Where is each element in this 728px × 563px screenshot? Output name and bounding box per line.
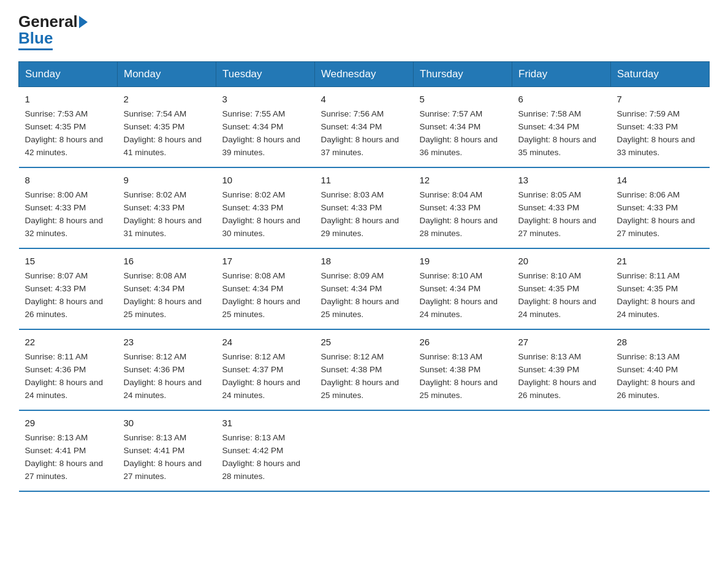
day-info: Sunrise: 8:13 AMSunset: 4:39 PMDaylight:…: [518, 352, 597, 400]
calendar-cell: [414, 410, 512, 491]
calendar-cell: 9 Sunrise: 8:02 AMSunset: 4:33 PMDayligh…: [118, 167, 216, 248]
day-info: Sunrise: 8:06 AMSunset: 4:33 PMDaylight:…: [617, 190, 696, 238]
day-number: 14: [617, 173, 703, 187]
calendar-cell: [315, 410, 414, 491]
week-row-3: 15 Sunrise: 8:07 AMSunset: 4:33 PMDaylig…: [19, 248, 710, 329]
day-info: Sunrise: 8:13 AMSunset: 4:40 PMDaylight:…: [617, 352, 696, 400]
calendar-cell: 3 Sunrise: 7:55 AMSunset: 4:34 PMDayligh…: [216, 87, 315, 167]
header-monday: Monday: [118, 62, 216, 87]
calendar-cell: 17 Sunrise: 8:08 AMSunset: 4:34 PMDaylig…: [216, 248, 315, 329]
day-info: Sunrise: 8:07 AMSunset: 4:33 PMDaylight:…: [25, 271, 104, 319]
day-number: 10: [222, 173, 309, 187]
day-number: 18: [321, 254, 408, 268]
calendar-cell: 19 Sunrise: 8:10 AMSunset: 4:34 PMDaylig…: [414, 248, 512, 329]
calendar-cell: 31 Sunrise: 8:13 AMSunset: 4:42 PMDaylig…: [216, 410, 315, 491]
day-info: Sunrise: 8:13 AMSunset: 4:38 PMDaylight:…: [420, 352, 498, 400]
day-header-row: SundayMondayTuesdayWednesdayThursdayFrid…: [19, 62, 710, 87]
day-info: Sunrise: 8:04 AMSunset: 4:33 PMDaylight:…: [420, 190, 498, 238]
day-number: 24: [222, 335, 309, 349]
day-number: 31: [222, 416, 309, 430]
day-info: Sunrise: 8:12 AMSunset: 4:38 PMDaylight:…: [321, 352, 400, 400]
day-info: Sunrise: 8:08 AMSunset: 4:34 PMDaylight:…: [222, 271, 301, 319]
calendar-cell: 6 Sunrise: 7:58 AMSunset: 4:34 PMDayligh…: [512, 87, 611, 167]
calendar-cell: 4 Sunrise: 7:56 AMSunset: 4:34 PMDayligh…: [315, 87, 414, 167]
day-info: Sunrise: 8:13 AMSunset: 4:41 PMDaylight:…: [25, 433, 104, 481]
day-info: Sunrise: 8:05 AMSunset: 4:33 PMDaylight:…: [518, 190, 597, 238]
day-number: 29: [25, 416, 112, 430]
day-info: Sunrise: 7:59 AMSunset: 4:33 PMDaylight:…: [617, 109, 696, 157]
day-info: Sunrise: 8:11 AMSunset: 4:35 PMDaylight:…: [617, 271, 696, 319]
day-info: Sunrise: 8:02 AMSunset: 4:33 PMDaylight:…: [124, 190, 202, 238]
day-info: Sunrise: 8:13 AMSunset: 4:41 PMDaylight:…: [124, 433, 202, 481]
day-info: Sunrise: 8:11 AMSunset: 4:36 PMDaylight:…: [25, 352, 104, 400]
day-number: 6: [518, 92, 605, 106]
day-number: 27: [518, 335, 605, 349]
day-info: Sunrise: 7:56 AMSunset: 4:34 PMDaylight:…: [321, 109, 400, 157]
day-info: Sunrise: 7:57 AMSunset: 4:34 PMDaylight:…: [420, 109, 498, 157]
day-info: Sunrise: 8:12 AMSunset: 4:37 PMDaylight:…: [222, 352, 301, 400]
header-tuesday: Tuesday: [216, 62, 315, 87]
day-info: Sunrise: 7:55 AMSunset: 4:34 PMDaylight:…: [222, 109, 301, 157]
calendar-cell: 13 Sunrise: 8:05 AMSunset: 4:33 PMDaylig…: [512, 167, 611, 248]
header-saturday: Saturday: [611, 62, 710, 87]
day-info: Sunrise: 7:58 AMSunset: 4:34 PMDaylight:…: [518, 109, 597, 157]
day-number: 13: [518, 173, 605, 187]
day-number: 19: [420, 254, 506, 268]
day-number: 1: [25, 92, 112, 106]
calendar-cell: 1 Sunrise: 7:53 AMSunset: 4:35 PMDayligh…: [19, 87, 118, 167]
day-number: 28: [617, 335, 703, 349]
day-number: 5: [420, 92, 506, 106]
day-number: 16: [124, 254, 210, 268]
day-number: 21: [617, 254, 703, 268]
calendar-table: SundayMondayTuesdayWednesdayThursdayFrid…: [18, 61, 710, 492]
header-sunday: Sunday: [19, 62, 118, 87]
day-info: Sunrise: 7:53 AMSunset: 4:35 PMDaylight:…: [25, 109, 104, 157]
day-info: Sunrise: 8:10 AMSunset: 4:35 PMDaylight:…: [518, 271, 597, 319]
day-info: Sunrise: 8:02 AMSunset: 4:33 PMDaylight:…: [222, 190, 301, 238]
calendar-cell: 25 Sunrise: 8:12 AMSunset: 4:38 PMDaylig…: [315, 329, 414, 410]
week-row-1: 1 Sunrise: 7:53 AMSunset: 4:35 PMDayligh…: [19, 87, 710, 167]
calendar-cell: 23 Sunrise: 8:12 AMSunset: 4:36 PMDaylig…: [118, 329, 216, 410]
day-info: Sunrise: 7:54 AMSunset: 4:35 PMDaylight:…: [124, 109, 202, 157]
logo-triangle-icon: [79, 16, 88, 28]
calendar-cell: 16 Sunrise: 8:08 AMSunset: 4:34 PMDaylig…: [118, 248, 216, 329]
calendar-cell: 11 Sunrise: 8:03 AMSunset: 4:33 PMDaylig…: [315, 167, 414, 248]
day-number: 2: [124, 92, 210, 106]
calendar-cell: 7 Sunrise: 7:59 AMSunset: 4:33 PMDayligh…: [611, 87, 710, 167]
calendar-cell: 2 Sunrise: 7:54 AMSunset: 4:35 PMDayligh…: [118, 87, 216, 167]
calendar-cell: 8 Sunrise: 8:00 AMSunset: 4:33 PMDayligh…: [19, 167, 118, 248]
day-number: 22: [25, 335, 112, 349]
calendar-cell: 14 Sunrise: 8:06 AMSunset: 4:33 PMDaylig…: [611, 167, 710, 248]
calendar-cell: 28 Sunrise: 8:13 AMSunset: 4:40 PMDaylig…: [611, 329, 710, 410]
calendar-cell: [611, 410, 710, 491]
day-number: 23: [124, 335, 210, 349]
calendar-cell: 26 Sunrise: 8:13 AMSunset: 4:38 PMDaylig…: [414, 329, 512, 410]
header-thursday: Thursday: [414, 62, 512, 87]
logo: General Blue: [18, 12, 89, 50]
day-number: 15: [25, 254, 112, 268]
logo-blue-text: Blue: [18, 29, 53, 50]
day-info: Sunrise: 8:12 AMSunset: 4:36 PMDaylight:…: [124, 352, 202, 400]
calendar-cell: 29 Sunrise: 8:13 AMSunset: 4:41 PMDaylig…: [19, 410, 118, 491]
day-number: 26: [420, 335, 506, 349]
header-wednesday: Wednesday: [315, 62, 414, 87]
day-info: Sunrise: 8:13 AMSunset: 4:42 PMDaylight:…: [222, 433, 301, 481]
calendar-cell: 15 Sunrise: 8:07 AMSunset: 4:33 PMDaylig…: [19, 248, 118, 329]
day-info: Sunrise: 8:00 AMSunset: 4:33 PMDaylight:…: [25, 190, 104, 238]
day-number: 30: [124, 416, 210, 430]
day-number: 25: [321, 335, 408, 349]
day-number: 7: [617, 92, 703, 106]
day-number: 9: [124, 173, 210, 187]
calendar-cell: 30 Sunrise: 8:13 AMSunset: 4:41 PMDaylig…: [118, 410, 216, 491]
day-number: 4: [321, 92, 408, 106]
calendar-cell: 12 Sunrise: 8:04 AMSunset: 4:33 PMDaylig…: [414, 167, 512, 248]
day-number: 12: [420, 173, 506, 187]
day-number: 8: [25, 173, 112, 187]
day-info: Sunrise: 8:09 AMSunset: 4:34 PMDaylight:…: [321, 271, 400, 319]
page-header: General Blue: [18, 12, 710, 50]
day-number: 17: [222, 254, 309, 268]
calendar-cell: 20 Sunrise: 8:10 AMSunset: 4:35 PMDaylig…: [512, 248, 611, 329]
calendar-cell: [512, 410, 611, 491]
calendar-cell: 10 Sunrise: 8:02 AMSunset: 4:33 PMDaylig…: [216, 167, 315, 248]
calendar-cell: 18 Sunrise: 8:09 AMSunset: 4:34 PMDaylig…: [315, 248, 414, 329]
